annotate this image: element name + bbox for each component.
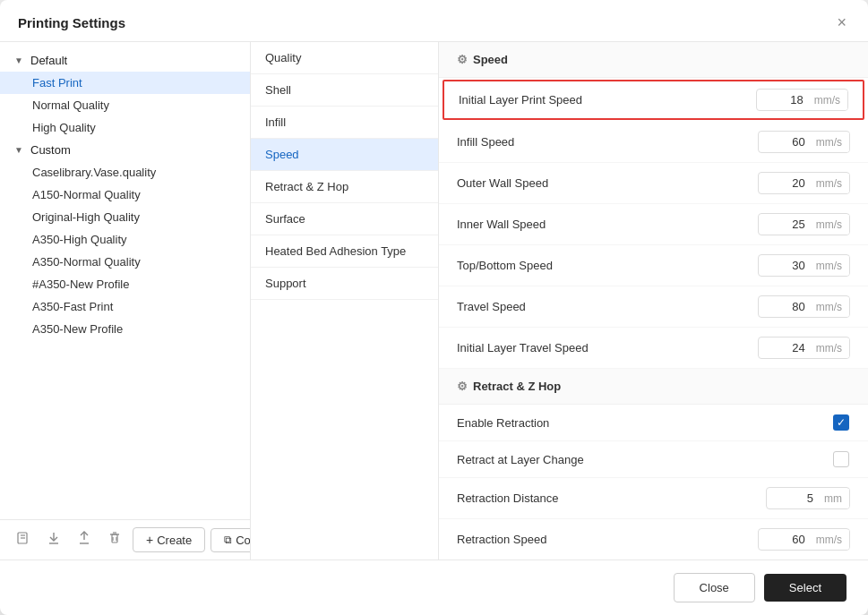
category-shell[interactable]: Shell: [251, 74, 438, 107]
profile-a350-high[interactable]: A350-High Quality: [0, 228, 250, 251]
modal-footer: Close Select: [0, 559, 868, 615]
profile-vase[interactable]: Caselibrary.Vase.quality: [0, 161, 250, 184]
outer-wall-speed-unit: mm/s: [812, 174, 849, 193]
close-icon[interactable]: ×: [833, 13, 850, 32]
speed-section-title: Speed: [473, 53, 508, 66]
travel-speed-input-wrap: mm/s: [758, 295, 850, 318]
retract-layer-change-row: Retract at Layer Change: [439, 441, 868, 478]
retract-layer-change-label: Retract at Layer Change: [457, 453, 832, 466]
copy-icon: ⧉: [224, 534, 232, 546]
travel-speed-row: Travel Speed mm/s: [439, 286, 868, 328]
outer-wall-speed-input-wrap: mm/s: [758, 172, 850, 194]
enable-retraction-checkbox[interactable]: ✓: [832, 414, 850, 431]
initial-layer-travel-speed-input-wrap: mm/s: [758, 337, 850, 359]
profile-high-quality[interactable]: High Quality: [0, 116, 250, 139]
infill-speed-row: Infill Speed mm/s: [439, 122, 868, 163]
profile-fast-print[interactable]: Fast Print: [0, 72, 250, 94]
profile-a350-fast[interactable]: A350-Fast Print: [0, 295, 250, 318]
retraction-speed-row: Retraction Speed mm/s: [439, 519, 868, 559]
printing-settings-modal: Printing Settings × ▼ Default Fast Print…: [0, 0, 868, 615]
initial-layer-travel-speed-unit: mm/s: [812, 338, 849, 358]
retraction-distance-row: Retraction Distance mm: [439, 478, 868, 519]
profile-normal-quality[interactable]: Normal Quality: [0, 94, 250, 116]
infill-speed-input[interactable]: [759, 132, 812, 152]
outer-wall-speed-row: Outer Wall Speed mm/s: [439, 163, 868, 204]
top-bottom-speed-input-wrap: mm/s: [758, 254, 850, 277]
modal-header: Printing Settings ×: [0, 0, 868, 42]
retraction-speed-input[interactable]: [759, 529, 812, 550]
footer-close-button[interactable]: Close: [674, 573, 755, 602]
category-infill[interactable]: Infill: [251, 107, 438, 139]
retraction-distance-unit: mm: [821, 489, 849, 508]
top-bottom-speed-input[interactable]: [759, 255, 812, 276]
create-button[interactable]: + Create: [133, 527, 205, 552]
top-bottom-speed-label: Top/Bottom Speed: [457, 259, 758, 272]
left-toolbar: + Create ⧉ Copy: [0, 519, 250, 559]
inner-wall-speed-input[interactable]: [759, 214, 812, 235]
retraction-distance-input-wrap: mm: [766, 487, 850, 509]
edit-icon: [16, 531, 30, 545]
speed-section-header: ⚙ Speed: [439, 42, 868, 78]
download-icon-button[interactable]: [41, 527, 66, 552]
category-heated-bed[interactable]: Heated Bed Adhesion Type: [251, 235, 438, 268]
category-quality[interactable]: Quality: [251, 42, 438, 74]
middle-panel: Quality Shell Infill Speed Retract & Z H…: [251, 42, 439, 559]
profile-a150-normal[interactable]: A150-Normal Quality: [0, 184, 250, 206]
group-default-label: Default: [30, 54, 67, 67]
travel-speed-input[interactable]: [759, 296, 812, 317]
retraction-speed-unit: mm/s: [812, 530, 849, 550]
modal-body: ▼ Default Fast Print Normal Quality High…: [0, 42, 868, 559]
initial-layer-print-speed-unit: mm/s: [811, 90, 847, 110]
retract-layer-change-checkbox[interactable]: [832, 450, 850, 468]
group-custom[interactable]: ▼ Custom: [0, 139, 250, 161]
profile-a350-normal-label: A350-Normal Quality: [32, 255, 141, 269]
outer-wall-speed-label: Outer Wall Speed: [457, 176, 758, 190]
travel-speed-label: Travel Speed: [457, 300, 758, 313]
copy-button[interactable]: ⧉ Copy: [211, 528, 251, 552]
profile-a150-normal-label: A150-Normal Quality: [32, 188, 141, 201]
outer-wall-speed-input[interactable]: [759, 173, 812, 193]
profile-a350-new-profile-hash[interactable]: #A350-New Profile: [0, 273, 250, 295]
profile-a350-normal[interactable]: A350-Normal Quality: [0, 251, 250, 273]
category-surface[interactable]: Surface: [251, 203, 438, 235]
delete-icon: [107, 531, 122, 545]
create-button-label: Create: [157, 534, 192, 547]
retraction-speed-label: Retraction Speed: [457, 533, 758, 546]
group-custom-label: Custom: [30, 143, 71, 157]
profile-a350-new-profile-hash-label: #A350-New Profile: [32, 278, 129, 291]
left-panel: ▼ Default Fast Print Normal Quality High…: [0, 42, 251, 559]
footer-select-button[interactable]: Select: [764, 574, 847, 602]
category-retract[interactable]: Retract & Z Hop: [251, 171, 438, 203]
checkbox-checked-icon: ✓: [833, 414, 849, 431]
initial-layer-travel-speed-input[interactable]: [759, 337, 812, 358]
upload-icon: [77, 531, 91, 545]
inner-wall-speed-input-wrap: mm/s: [758, 213, 850, 235]
upload-icon-button[interactable]: [72, 527, 97, 552]
profile-a350-high-label: A350-High Quality: [32, 233, 127, 246]
arrow-icon: ▼: [14, 56, 25, 65]
profile-fast-print-label: Fast Print: [32, 76, 82, 90]
initial-layer-print-speed-input[interactable]: [757, 90, 811, 110]
download-icon: [47, 531, 61, 545]
top-bottom-speed-unit: mm/s: [812, 256, 849, 276]
retract-section-title: Retract & Z Hop: [473, 380, 561, 393]
profile-a350-new-label: A350-New Profile: [32, 322, 123, 336]
retraction-distance-input[interactable]: [767, 488, 821, 508]
delete-icon-button[interactable]: [102, 527, 127, 552]
edit-icon-button[interactable]: [11, 527, 36, 552]
category-speed[interactable]: Speed: [251, 139, 438, 171]
infill-speed-label: Infill Speed: [457, 135, 758, 149]
top-bottom-speed-row: Top/Bottom Speed mm/s: [439, 245, 868, 286]
profile-original-high-label: Original-High Quality: [32, 210, 140, 224]
profile-original-high[interactable]: Original-High Quality: [0, 206, 250, 228]
profile-a350-new[interactable]: A350-New Profile: [0, 318, 250, 340]
group-default[interactable]: ▼ Default: [0, 49, 250, 72]
initial-layer-travel-speed-row: Initial Layer Travel Speed mm/s: [439, 328, 868, 369]
inner-wall-speed-row: Inner Wall Speed mm/s: [439, 204, 868, 245]
category-support[interactable]: Support: [251, 268, 438, 300]
profile-high-quality-label: High Quality: [32, 121, 96, 134]
retraction-speed-input-wrap: mm/s: [758, 528, 850, 551]
initial-layer-print-speed-label: Initial Layer Print Speed: [459, 93, 756, 107]
copy-button-label: Copy: [236, 534, 251, 547]
initial-layer-travel-speed-label: Initial Layer Travel Speed: [457, 341, 758, 354]
